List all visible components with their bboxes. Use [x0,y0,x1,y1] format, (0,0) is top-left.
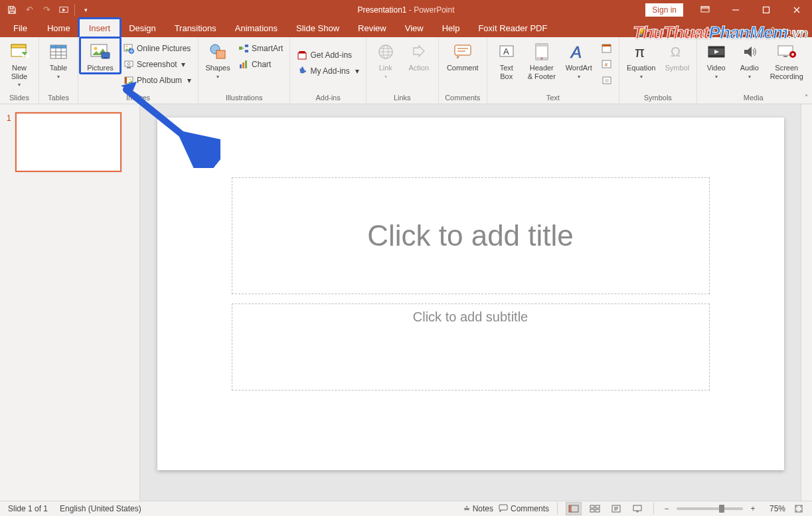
tab-foxit[interactable]: Foxit Reader PDF [469,19,556,37]
fit-to-window-button[interactable] [791,502,807,515]
qat-customize-icon[interactable]: ▾ [78,2,94,18]
equation-icon: π [631,41,652,62]
shapes-label: Shapes [205,64,230,72]
collapse-ribbon-icon[interactable]: ˄ [805,94,808,101]
pictures-icon [90,41,111,62]
chart-button[interactable]: Chart [236,57,285,72]
status-bar: Slide 1 of 1 English (United States) ≐ N… [0,501,812,516]
close-button[interactable] [781,0,812,19]
my-addins-button[interactable]: My Add-ins ▾ [294,64,361,78]
shapes-button[interactable]: Shapes ▾ [203,40,233,80]
tab-review[interactable]: Review [349,19,396,37]
tab-insert[interactable]: Insert [80,19,120,37]
ribbon-display-options-icon[interactable] [690,0,720,19]
tab-insert-label: Insert [89,23,111,33]
normal-view-button[interactable] [566,502,582,515]
equation-button[interactable]: π Equation ▾ [623,40,659,80]
save-icon[interactable] [4,2,20,18]
slide-canvas[interactable]: Click to add title Click to add subtitle [157,118,784,470]
wordart-button[interactable]: A WordArt ▾ [562,40,596,80]
group-slides: ✸ New Slide ▾ Slides [0,37,39,104]
photo-album-button[interactable]: Photo Album ▾ [121,73,194,88]
comments-button[interactable]: Comments [499,504,549,514]
zoom-slider[interactable] [677,507,743,510]
title-bar: ↶ ↷ ▾ Presentation1 - PowerPoint Sign in [0,0,812,19]
slide-thumbnail-pane[interactable]: 1 [0,104,140,501]
undo-icon[interactable]: ↶ [21,2,37,18]
svg-rect-61 [590,505,594,508]
tell-me-search[interactable]: 💡 Tell me what you want to do [635,27,758,37]
share-button[interactable]: Share [768,26,804,37]
svg-rect-31 [245,60,247,68]
notes-icon: ≐ [463,504,470,513]
app-name: PowerPoint [414,5,454,15]
screen-recording-button[interactable]: Screen Recording [768,40,806,80]
tab-view[interactable]: View [396,19,433,37]
comment-button[interactable]: Comment [443,40,483,72]
notes-button[interactable]: ≐ Notes [463,504,493,513]
svg-text:✸: ✸ [24,51,29,60]
svg-rect-60 [569,505,572,512]
smartart-button[interactable]: SmartArt [236,41,285,56]
thumbnail-preview[interactable] [15,112,122,172]
group-illustrations-label: Illustrations [199,94,289,104]
slide-editor[interactable]: Click to add title Click to add subtitle [140,104,801,501]
title-placeholder[interactable]: Click to add title [232,177,710,294]
svg-text:#: # [540,56,542,60]
symbol-button[interactable]: Ω Symbol [662,40,692,72]
svg-rect-66 [633,505,641,511]
subtitle-placeholder[interactable]: Click to add subtitle [232,303,710,390]
table-button[interactable]: Table ▾ [43,40,74,80]
tab-home[interactable]: Home [38,19,80,37]
date-time-icon [602,43,612,54]
slide-counter[interactable]: Slide 1 of 1 [8,504,48,513]
tab-slideshow[interactable]: Slide Show [287,19,349,37]
tab-design[interactable]: Design [120,19,165,37]
object-button[interactable] [599,73,615,88]
reading-view-button[interactable] [608,502,624,515]
slideshow-start-icon[interactable] [56,2,72,18]
dropdown-caret-icon: ▾ [640,74,643,80]
language-status[interactable]: English (United States) [60,504,141,513]
equation-label: Equation [627,64,655,72]
zoom-slider-knob[interactable] [719,505,724,513]
new-slide-button[interactable]: ✸ New Slide ▾ [4,40,35,88]
slide-sorter-view-button[interactable] [587,502,603,515]
tab-transitions[interactable]: Transitions [165,19,226,37]
subtitle-placeholder-text: Click to add subtitle [413,309,528,325]
vertical-scrollbar[interactable] [801,104,812,501]
zoom-out-button[interactable]: − [662,504,671,513]
tab-help[interactable]: Help [433,19,469,37]
pictures-button[interactable]: Pictures [82,40,118,72]
maximize-button[interactable] [751,0,781,19]
redo-icon[interactable]: ↷ [39,2,54,18]
get-addins-label: Get Add-ins [310,50,352,60]
date-time-button[interactable] [599,41,615,56]
zoom-percent[interactable]: 75% [763,504,785,513]
action-button[interactable]: Action [404,40,434,72]
minimize-button[interactable] [720,0,751,19]
zoom-in-button[interactable]: + [748,504,758,513]
tab-file[interactable]: File [3,19,38,37]
svg-rect-63 [590,509,594,512]
online-pictures-button[interactable]: Online Pictures [121,41,194,56]
text-box-button[interactable]: A Text Box [491,40,522,80]
get-addins-button[interactable]: Get Add-ins [294,48,361,62]
dropdown-caret-icon: ▾ [355,66,359,76]
audio-button[interactable]: Audio ▾ [734,40,765,80]
tab-animations[interactable]: Animations [226,19,287,37]
link-label: Link [379,64,392,72]
slideshow-view-button[interactable] [629,502,645,515]
svg-rect-53 [708,55,724,57]
header-footer-button[interactable]: # Header & Footer [525,40,559,80]
slide-thumb-1[interactable]: 1 [7,112,133,172]
slide-number-button[interactable]: # [599,57,615,72]
screen-recording-label: Screen Recording [770,64,803,80]
table-label: Table [50,64,67,72]
svg-rect-32 [298,53,306,59]
svg-text:A: A [570,43,582,60]
sign-in-button[interactable]: Sign in [645,3,683,17]
screenshot-button[interactable]: Screenshot ▾ [121,57,194,72]
video-button[interactable]: Video ▾ [701,40,732,80]
link-button[interactable]: Link ▾ [370,40,401,80]
